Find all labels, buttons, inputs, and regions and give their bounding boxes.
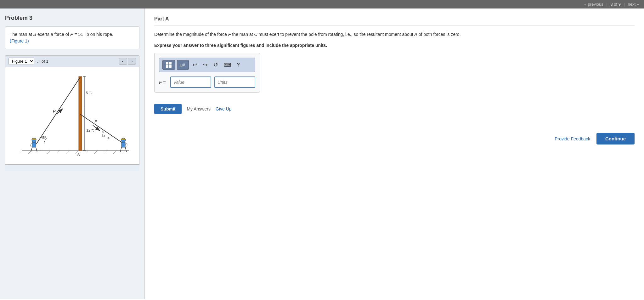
- svg-text:A: A: [77, 152, 80, 157]
- figure-dropdown-icon: ⌄: [36, 59, 39, 64]
- continue-button[interactable]: Continue: [596, 133, 635, 144]
- svg-text:F: F: [94, 119, 97, 124]
- figure-prev-btn[interactable]: ‹: [119, 58, 127, 65]
- problem-title: Problem 3: [5, 15, 139, 21]
- svg-line-1: [19, 150, 22, 154]
- figure-of-text: of 1: [42, 59, 48, 64]
- svg-line-3: [38, 150, 41, 154]
- action-row: Submit My Answers Give Up: [154, 104, 635, 114]
- svg-line-43: [120, 147, 121, 152]
- redo-button[interactable]: ↪: [201, 60, 210, 70]
- help-button[interactable]: ?: [235, 61, 242, 69]
- svg-line-6: [66, 150, 69, 154]
- svg-line-10: [104, 150, 107, 154]
- page-info: 3 of 9: [610, 2, 621, 7]
- units-input[interactable]: [214, 76, 255, 88]
- math-toolbar: μÅ ↩ ↪ ↺ ⌨ ?: [159, 58, 255, 72]
- bottom-actions: Provide Feedback Continue: [154, 127, 635, 144]
- figure-next-btn[interactable]: ›: [128, 58, 136, 65]
- previous-link[interactable]: « previous: [585, 2, 603, 7]
- nav-separator-1: |: [606, 2, 607, 7]
- figure-link[interactable]: (Figure 1): [10, 38, 29, 43]
- svg-text:3: 3: [103, 134, 105, 138]
- svg-rect-13: [79, 76, 82, 150]
- svg-line-11: [113, 150, 116, 154]
- figure-selector: Figure 1 ⌄ of 1 ‹ ›: [5, 55, 139, 67]
- svg-line-39: [31, 147, 32, 152]
- svg-rect-46: [169, 62, 172, 65]
- svg-rect-42: [121, 142, 125, 147]
- left-panel: Problem 3 The man at B exerts a force of…: [0, 8, 145, 299]
- f-label: F =: [159, 80, 166, 85]
- figure-nav: ‹ ›: [119, 58, 136, 65]
- answer-container: μÅ ↩ ↪ ↺ ⌨ ? F =: [154, 53, 260, 93]
- svg-text:45°: 45°: [41, 136, 46, 139]
- value-input[interactable]: [170, 76, 211, 88]
- svg-line-40: [36, 147, 37, 152]
- reset-button[interactable]: ↺: [212, 60, 220, 70]
- main-layout: Problem 3 The man at B exerts a force of…: [0, 8, 644, 299]
- special-chars-button[interactable]: μÅ: [177, 60, 189, 70]
- problem-statement-box: The man at B exerts a force of P = 51 lb…: [5, 26, 139, 49]
- svg-line-4: [47, 150, 50, 154]
- express-instruction: Express your answer to three significant…: [154, 43, 635, 48]
- svg-line-14: [36, 77, 80, 144]
- svg-rect-48: [169, 65, 172, 68]
- part-title: Part A: [154, 16, 635, 26]
- right-panel: Part A Determine the magnitude of the fo…: [145, 8, 644, 299]
- give-up-link[interactable]: Give Up: [216, 106, 232, 111]
- provide-feedback-link[interactable]: Provide Feedback: [555, 136, 590, 141]
- svg-line-9: [94, 150, 98, 154]
- figure-select[interactable]: Figure 1: [8, 58, 34, 65]
- svg-line-19: [93, 125, 100, 131]
- svg-text:5: 5: [102, 130, 104, 134]
- svg-text:4: 4: [108, 137, 110, 140]
- figure-image: P F 6 ft 12 ft 45° 5: [5, 67, 139, 165]
- next-link[interactable]: next »: [628, 2, 639, 7]
- keyboard-button[interactable]: ⌨: [222, 61, 233, 69]
- undo-button[interactable]: ↩: [191, 60, 199, 70]
- svg-line-44: [125, 147, 127, 152]
- svg-text:12 ft: 12 ft: [86, 128, 94, 133]
- svg-rect-38: [32, 142, 36, 147]
- figure-scroll-area: [5, 165, 139, 171]
- figure-select-control: Figure 1 ⌄: [8, 58, 39, 65]
- problem-text: The man at B exerts a force of P = 51 lb…: [10, 32, 113, 37]
- svg-text:6 ft: 6 ft: [86, 90, 92, 95]
- my-answers-link[interactable]: My Answers: [187, 106, 210, 111]
- diagram-svg: P F 6 ft 12 ft 45° 5: [13, 70, 132, 161]
- problem-description: Determine the magnitude of the force F t…: [154, 31, 635, 38]
- template-button[interactable]: [162, 60, 175, 70]
- svg-line-5: [57, 150, 60, 154]
- svg-rect-45: [166, 62, 168, 65]
- svg-line-8: [85, 150, 88, 154]
- svg-line-12: [123, 150, 126, 154]
- nav-separator-2: |: [624, 2, 625, 7]
- submit-button[interactable]: Submit: [154, 104, 182, 114]
- svg-rect-47: [166, 65, 168, 68]
- answer-row: F =: [159, 76, 255, 88]
- top-nav-bar: « previous | 3 of 9 | next »: [0, 0, 644, 8]
- svg-text:P: P: [53, 109, 56, 114]
